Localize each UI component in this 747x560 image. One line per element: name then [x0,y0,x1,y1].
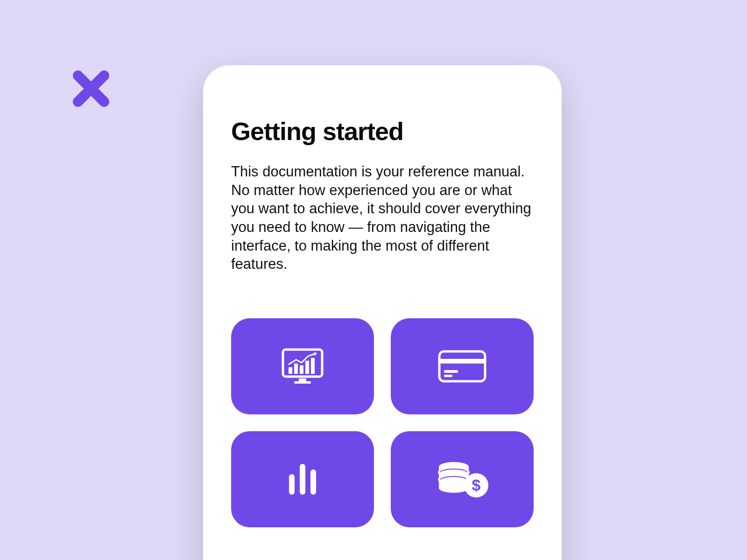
card-title: Getting started [231,117,534,146]
tile-coins[interactable]: $ [391,431,534,527]
credit-card-icon [437,349,488,384]
svg-rect-10 [439,359,485,364]
close-icon[interactable] [68,65,114,112]
bar-chart-icon [286,461,319,497]
svg-rect-13 [289,474,295,495]
card-description: This documentation is your reference man… [231,162,534,273]
svg-rect-7 [311,358,315,374]
tile-analytics[interactable] [231,318,374,414]
x-icon [68,65,114,112]
coins-dollar-icon: $ [434,459,490,499]
svg-rect-12 [444,375,452,377]
svg-rect-4 [294,364,298,374]
svg-rect-1 [299,378,306,381]
tile-credit-card[interactable] [391,318,534,414]
svg-rect-3 [289,367,292,374]
svg-rect-5 [300,365,303,374]
svg-rect-15 [310,469,316,495]
svg-rect-2 [294,381,311,384]
getting-started-card: Getting started This documentation is yo… [203,65,562,560]
svg-text:$: $ [472,476,481,494]
svg-rect-6 [305,361,309,374]
tiles-grid: $ [231,318,534,527]
svg-rect-14 [300,464,305,495]
svg-rect-11 [444,370,458,373]
tile-bar-chart[interactable] [231,431,374,527]
analytics-monitor-icon [280,348,325,385]
